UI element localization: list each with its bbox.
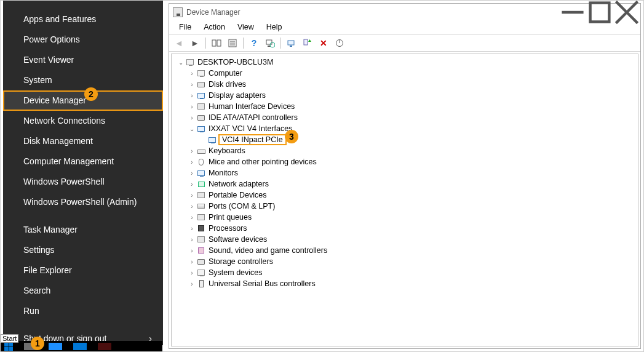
tree-label: Storage controllers bbox=[209, 257, 273, 266]
start-button[interactable] bbox=[4, 342, 13, 351]
cm-settings[interactable]: Settings bbox=[3, 240, 163, 260]
expander-icon[interactable]: › bbox=[188, 236, 196, 243]
expander-icon[interactable]: › bbox=[188, 281, 196, 287]
cm-label: Run bbox=[23, 306, 39, 316]
tree-label: Universal Serial Bus controllers bbox=[209, 279, 316, 288]
cat-display-adapters[interactable]: ›Display adapters bbox=[177, 90, 635, 101]
titlebar[interactable]: Device Manager bbox=[169, 4, 640, 21]
tree-label: VCI4 INpact PCIe bbox=[218, 134, 287, 145]
cm-label: Task Manager bbox=[23, 225, 78, 234]
cat-processors[interactable]: ›Processors bbox=[177, 223, 635, 234]
disk-icon bbox=[196, 80, 206, 89]
menu-action[interactable]: Action bbox=[197, 22, 231, 33]
help-button[interactable]: ? bbox=[247, 36, 261, 50]
expander-icon[interactable]: › bbox=[188, 258, 196, 265]
cm-task-manager[interactable]: Task Manager bbox=[3, 220, 163, 240]
expander-icon[interactable]: › bbox=[188, 192, 196, 199]
cat-monitors[interactable]: ›Monitors bbox=[177, 167, 635, 178]
cat-storage[interactable]: ›Storage controllers bbox=[177, 256, 635, 267]
expander-icon[interactable]: › bbox=[188, 181, 196, 188]
taskbar-app-icon[interactable] bbox=[98, 343, 111, 350]
device-vci4-inpact[interactable]: VCI4 INpact PCIe bbox=[177, 134, 635, 145]
menu-file[interactable]: File bbox=[173, 22, 197, 33]
cat-keyboards[interactable]: ›Keyboards bbox=[177, 145, 635, 156]
expander-icon[interactable]: › bbox=[188, 92, 196, 99]
cm-apps-and-features[interactable]: Apps and Features bbox=[3, 9, 163, 30]
cat-print[interactable]: ›Print queues bbox=[177, 212, 635, 223]
tree-root[interactable]: ⌄ DESKTOP-UBCLU3M bbox=[177, 57, 635, 68]
expander-icon[interactable]: › bbox=[188, 247, 196, 254]
minimize-button[interactable] bbox=[559, 4, 586, 21]
taskbar-app-icon[interactable] bbox=[73, 343, 87, 350]
cat-disk-drives[interactable]: ›Disk drives bbox=[177, 79, 635, 90]
cat-system[interactable]: ›System devices bbox=[177, 267, 635, 278]
ports-icon bbox=[196, 202, 206, 210]
card-icon bbox=[196, 124, 206, 133]
expander-icon[interactable]: › bbox=[188, 270, 196, 276]
cat-network[interactable]: ›Network adapters bbox=[177, 178, 635, 190]
cat-computer[interactable]: ›Computer bbox=[177, 68, 635, 79]
mouse-icon bbox=[196, 158, 206, 166]
expander-icon[interactable]: › bbox=[188, 70, 196, 77]
properties-button[interactable] bbox=[225, 36, 240, 50]
cm-powershell-admin[interactable]: Windows PowerShell (Admin) bbox=[3, 192, 163, 212]
expander-icon[interactable]: › bbox=[188, 148, 196, 154]
cat-ide[interactable]: ›IDE ATA/ATAPI controllers bbox=[177, 112, 635, 123]
cm-event-viewer[interactable]: Event Viewer bbox=[3, 50, 163, 70]
expander-icon[interactable]: › bbox=[188, 103, 196, 110]
cm-disk-management[interactable]: Disk Management bbox=[3, 131, 163, 151]
cm-search[interactable]: Search bbox=[3, 281, 163, 301]
show-hidden-button[interactable] bbox=[209, 36, 224, 50]
cm-network-connections[interactable]: Network Connections bbox=[3, 111, 163, 131]
cat-ixxat[interactable]: ⌄IXXAT VCI V4 Interfaces bbox=[177, 123, 635, 134]
scan-hardware-button[interactable] bbox=[263, 36, 277, 50]
cm-system[interactable]: System bbox=[3, 70, 163, 90]
app-icon bbox=[173, 7, 183, 17]
cm-device-manager[interactable]: Device Manager bbox=[3, 90, 163, 111]
expander-icon[interactable]: › bbox=[188, 203, 196, 210]
cm-run[interactable]: Run bbox=[3, 301, 163, 321]
cat-portable[interactable]: ›Portable Devices bbox=[177, 190, 635, 201]
uninstall-device-button[interactable]: ✕ bbox=[316, 36, 331, 50]
cat-ports[interactable]: ›Ports (COM & LPT) bbox=[177, 201, 635, 212]
expander-icon[interactable]: › bbox=[188, 214, 196, 221]
cm-computer-management[interactable]: Computer Management bbox=[3, 151, 163, 172]
expander-icon[interactable]: › bbox=[188, 159, 196, 166]
pc-icon bbox=[185, 58, 195, 66]
cat-mice[interactable]: ›Mice and other pointing devices bbox=[177, 156, 635, 167]
cm-powershell[interactable]: Windows PowerShell bbox=[3, 172, 163, 192]
cat-sound[interactable]: ›Sound, video and game controllers bbox=[177, 245, 635, 256]
cm-label: Settings bbox=[23, 245, 55, 255]
menu-view[interactable]: View bbox=[231, 22, 260, 33]
portable-icon bbox=[196, 191, 206, 199]
cm-label: Apps and Features bbox=[23, 14, 96, 24]
annotation-badge-1: 1 bbox=[31, 337, 44, 350]
cm-label: Computer Management bbox=[23, 156, 114, 166]
device-tree[interactable]: ⌄ DESKTOP-UBCLU3M ›Computer ›Disk drives… bbox=[171, 54, 638, 346]
expander-icon[interactable]: › bbox=[188, 225, 196, 232]
nav-back-button[interactable]: ◄ bbox=[172, 36, 186, 50]
cm-power-options[interactable]: Power Options bbox=[3, 30, 163, 50]
maximize-button[interactable] bbox=[586, 4, 613, 21]
expander-icon[interactable]: ⌄ bbox=[188, 126, 196, 132]
cm-file-explorer[interactable]: File Explorer bbox=[3, 260, 163, 281]
cm-label: Event Viewer bbox=[23, 55, 74, 65]
cat-software[interactable]: ›Software devices bbox=[177, 234, 635, 245]
disable-device-button[interactable] bbox=[332, 36, 347, 50]
close-button[interactable] bbox=[613, 4, 640, 21]
tree-label: Display adapters bbox=[209, 91, 266, 100]
tree-label: Monitors bbox=[209, 169, 238, 177]
expander-icon[interactable]: › bbox=[188, 81, 196, 88]
taskbar-app-icon[interactable] bbox=[49, 343, 62, 350]
cat-hid[interactable]: ›Human Interface Devices bbox=[177, 101, 635, 112]
expander-icon[interactable]: › bbox=[188, 170, 196, 177]
update-driver-button[interactable] bbox=[284, 36, 299, 50]
expander-icon[interactable]: ⌄ bbox=[177, 59, 185, 66]
cm-label: Search bbox=[23, 286, 50, 295]
cat-usb[interactable]: ›Universal Serial Bus controllers bbox=[177, 278, 635, 289]
storage-icon bbox=[196, 257, 206, 266]
enable-device-button[interactable] bbox=[300, 36, 315, 50]
expander-icon[interactable]: › bbox=[188, 114, 196, 121]
nav-forward-button[interactable]: ► bbox=[188, 36, 202, 50]
menu-help[interactable]: Help bbox=[260, 22, 288, 33]
